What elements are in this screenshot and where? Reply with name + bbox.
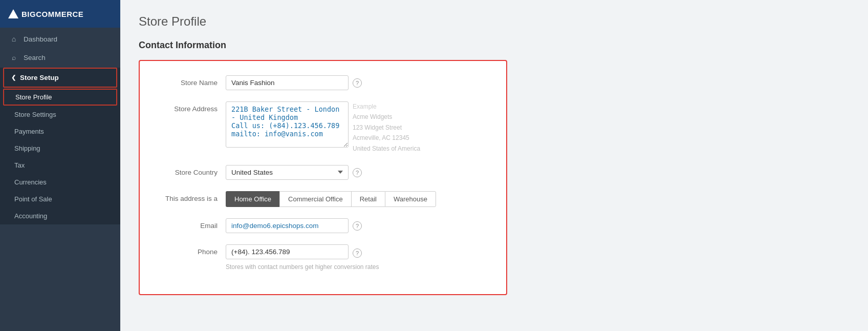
- sidebar-item-store-profile[interactable]: Store Profile: [3, 89, 117, 106]
- sidebar-item-tax[interactable]: Tax: [0, 157, 120, 174]
- contact-information-card: Store Name ? Store Address 221B Baker St…: [139, 60, 507, 295]
- store-setup-sub-nav: Store Profile Store Settings Payments Sh…: [0, 89, 120, 224]
- address-type-control-wrap: Home Office Commercial Office Retail War…: [226, 191, 490, 207]
- example-line4: United States of America: [353, 143, 420, 154]
- address-type-retail[interactable]: Retail: [351, 191, 385, 207]
- store-address-row: Store Address 221B Baker Street - London…: [156, 101, 490, 154]
- main-content: Store Profile Contact Information Store …: [120, 0, 868, 331]
- phone-input[interactable]: [226, 244, 349, 259]
- store-name-label: Store Name: [156, 75, 218, 87]
- store-setup-section: ❮ Store Setup Store Profile Store Settin…: [0, 68, 120, 224]
- home-icon: ⌂: [9, 35, 18, 43]
- email-label: Email: [156, 218, 218, 230]
- address-type-row: This address is a Home Office Commercial…: [156, 191, 490, 207]
- address-example: Example Acme Widgets 123 Widget Street A…: [353, 101, 420, 154]
- store-address-control-wrap: 221B Baker Street - London - United King…: [226, 101, 490, 154]
- store-country-row: Store Country United States United Kingd…: [156, 165, 490, 180]
- page-title: Store Profile: [139, 14, 850, 29]
- example-line3: Acmeville, AC 12345: [353, 133, 420, 143]
- example-line2: 123 Widget Street: [353, 122, 420, 133]
- bigcommerce-logo: BIGCOMMERCE: [8, 9, 83, 18]
- sidebar-item-search[interactable]: ⌕ Search: [0, 48, 120, 67]
- store-address-label: Store Address: [156, 101, 218, 113]
- search-icon: ⌕: [9, 53, 18, 61]
- logo-text: BIGCOMMERCE: [21, 10, 83, 18]
- address-type-commercial-office[interactable]: Commercial Office: [279, 191, 351, 207]
- email-row: Email ?: [156, 218, 490, 233]
- store-country-help-icon[interactable]: ?: [353, 168, 362, 177]
- sidebar-item-accounting[interactable]: Accounting: [0, 208, 120, 224]
- address-type-group: Home Office Commercial Office Retail War…: [226, 191, 436, 207]
- logo-triangle-icon: [8, 9, 18, 18]
- store-country-control-wrap: United States United Kingdom Canada Aust…: [226, 165, 490, 180]
- phone-control-wrap: ? Stores with contact numbers get higher…: [226, 244, 490, 271]
- example-title: Example: [353, 101, 420, 112]
- email-input[interactable]: [226, 218, 349, 233]
- address-type-home-office[interactable]: Home Office: [226, 191, 279, 207]
- accounting-label: Accounting: [14, 212, 47, 220]
- store-name-help-icon[interactable]: ?: [353, 78, 362, 88]
- store-setup-label: Store Setup: [20, 74, 59, 81]
- store-setup-header[interactable]: ❮ Store Setup: [3, 68, 117, 88]
- back-arrow-icon: ❮: [11, 74, 16, 81]
- logo-area: BIGCOMMERCE: [0, 0, 120, 28]
- address-type-warehouse[interactable]: Warehouse: [385, 191, 436, 207]
- store-name-control-wrap: ?: [226, 75, 490, 90]
- store-country-select[interactable]: United States United Kingdom Canada Aust…: [226, 165, 349, 180]
- email-control-wrap: ?: [226, 218, 490, 233]
- phone-help-icon[interactable]: ?: [353, 249, 362, 258]
- example-line1: Acme Widgets: [353, 112, 420, 122]
- sidebar-item-currencies[interactable]: Currencies: [0, 174, 120, 191]
- sidebar-nav: ⌂ Dashboard ⌕ Search ❮ Store Setup Store…: [0, 28, 120, 331]
- currencies-label: Currencies: [14, 178, 47, 186]
- store-profile-label: Store Profile: [15, 93, 52, 101]
- store-country-label: Store Country: [156, 165, 218, 176]
- sidebar-item-store-settings[interactable]: Store Settings: [0, 106, 120, 123]
- email-help-icon[interactable]: ?: [353, 221, 362, 231]
- sidebar-item-dashboard[interactable]: ⌂ Dashboard: [0, 30, 120, 48]
- phone-hint-text: Stores with contact numbers get higher c…: [226, 263, 379, 271]
- payments-label: Payments: [14, 128, 44, 135]
- sidebar-item-point-of-sale[interactable]: Point of Sale: [0, 191, 120, 208]
- store-name-row: Store Name ?: [156, 75, 490, 90]
- sidebar-item-search-label: Search: [24, 54, 46, 61]
- phone-label: Phone: [156, 244, 218, 256]
- point-of-sale-label: Point of Sale: [14, 195, 52, 203]
- sidebar-item-dashboard-label: Dashboard: [24, 35, 57, 43]
- section-title: Contact Information: [139, 40, 850, 51]
- phone-row: Phone ? Stores with contact numbers get …: [156, 244, 490, 271]
- shipping-label: Shipping: [14, 144, 40, 152]
- sidebar: BIGCOMMERCE ⌂ Dashboard ⌕ Search ❮ Store…: [0, 0, 120, 331]
- store-address-input[interactable]: 221B Baker Street - London - United King…: [226, 101, 349, 148]
- address-type-label: This address is a: [156, 191, 218, 202]
- store-name-input[interactable]: [226, 75, 349, 90]
- store-settings-label: Store Settings: [14, 111, 56, 118]
- sidebar-item-shipping[interactable]: Shipping: [0, 140, 120, 157]
- sidebar-item-payments[interactable]: Payments: [0, 123, 120, 140]
- tax-label: Tax: [14, 161, 25, 169]
